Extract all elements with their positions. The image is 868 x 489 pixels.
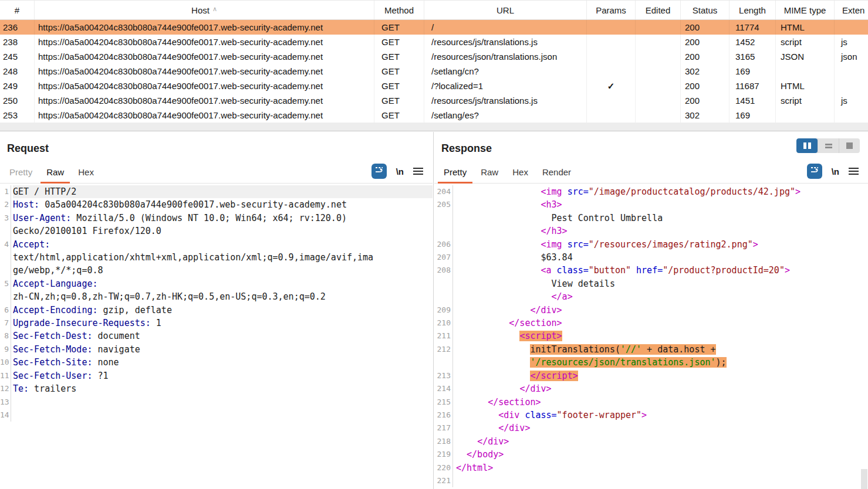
request-line-text[interactable]: text/html,application/xhtml+xml,applicat…: [13, 251, 433, 264]
response-line-text[interactable]: initTranslations('//' + data.host +: [456, 343, 868, 356]
response-line-text[interactable]: Pest Control Umbrella: [456, 212, 868, 225]
column-header-status[interactable]: Status: [681, 1, 729, 19]
response-line-text[interactable]: </h3>: [456, 225, 868, 237]
table-row[interactable]: 249https://0a5a004204c830b080a744e900fe0…: [0, 79, 868, 93]
editor-menu-button[interactable]: [849, 165, 859, 177]
line-number: 213: [434, 369, 453, 382]
cell-params: ✓: [587, 79, 636, 93]
response-line-text[interactable]: </section>: [456, 317, 868, 330]
request-line-text[interactable]: zh-CN,zh;q=0.8,zh-TW;q=0.7,zh-HK;q=0.5,e…: [13, 290, 433, 303]
response-line-text[interactable]: </body>: [456, 448, 868, 461]
request-line-text[interactable]: User-Agent: Mozilla/5.0 (Windows NT 10.0…: [13, 212, 433, 225]
response-line-text[interactable]: </script>: [456, 369, 868, 382]
request-line-text[interactable]: Sec-Fetch-Mode: navigate: [13, 343, 433, 356]
cell-edited: [636, 20, 681, 35]
cell-url: /?localized=1: [424, 79, 587, 93]
response-line-text[interactable]: <a class="button" href="/product?product…: [456, 264, 868, 277]
panel-splitter[interactable]: [433, 132, 434, 489]
request-line-text[interactable]: [13, 396, 433, 409]
request-tab-hex[interactable]: Hex: [71, 167, 101, 183]
column-header-length[interactable]: Length: [729, 1, 776, 19]
cell-url: /setlang/cn?: [424, 64, 587, 79]
response-line-text[interactable]: </div>: [456, 382, 868, 395]
column-header-ext[interactable]: Exten: [835, 1, 868, 19]
cell-num: 245: [0, 49, 35, 64]
editor-menu-button[interactable]: [413, 165, 423, 177]
line-number: [434, 225, 453, 237]
cell-host: https://0a5a004204c830b080a744e900fe0017…: [35, 79, 374, 93]
response-code-line: 210 </section>: [434, 317, 868, 330]
response-vertical-scrollbar-thumb[interactable]: [861, 469, 867, 489]
soft-wrap-toggle-button[interactable]: [371, 164, 387, 179]
request-line-text[interactable]: Sec-Fetch-Site: none: [13, 356, 433, 369]
line-number: 8: [0, 330, 11, 342]
response-tab-render[interactable]: Render: [535, 167, 578, 183]
cell-status: 200: [681, 20, 729, 35]
newline-visibility-toggle[interactable]: \n: [396, 167, 404, 176]
table-row[interactable]: 238https://0a5a004204c830b080a744e900fe0…: [0, 35, 868, 49]
newline-visibility-toggle[interactable]: \n: [832, 167, 839, 176]
request-tab-pretty[interactable]: Pretty: [2, 167, 39, 183]
request-line-text[interactable]: Accept-Encoding: gzip, deflate: [13, 304, 433, 317]
response-line-text[interactable]: <img src="/resources/images/rating2.png"…: [456, 238, 868, 251]
cell-host: https://0a5a004204c830b080a744e900fe0017…: [35, 64, 374, 79]
request-line-text[interactable]: ge/webp,*/*;q=0.8: [13, 264, 433, 277]
column-header-edited[interactable]: Edited: [636, 1, 681, 19]
table-row[interactable]: 253https://0a5a004204c830b080a744e900fe0…: [0, 108, 868, 123]
table-row[interactable]: 250https://0a5a004204c830b080a744e900fe0…: [0, 93, 868, 108]
column-label: Exten: [842, 5, 864, 15]
request-line-text[interactable]: Accept-Language:: [13, 277, 433, 290]
request-line-text[interactable]: Host: 0a5a004204c830b080a744e900fe0017.w…: [13, 198, 433, 211]
response-line-text[interactable]: </html>: [456, 461, 868, 474]
response-line-text[interactable]: <script>: [456, 330, 868, 342]
table-row[interactable]: 248https://0a5a004204c830b080a744e900fe0…: [0, 64, 868, 79]
request-line-text[interactable]: Gecko/20100101 Firefox/120.0: [13, 225, 433, 237]
response-line-text[interactable]: </section>: [456, 396, 868, 409]
request-line-text[interactable]: [13, 409, 433, 422]
response-line-text[interactable]: </a>: [456, 290, 868, 303]
request-line-text[interactable]: Accept:: [13, 238, 433, 251]
layout-single-button[interactable]: [839, 138, 860, 153]
column-header-host[interactable]: Host∧: [35, 1, 374, 19]
request-line-text[interactable]: Upgrade-Insecure-Requests: 1: [13, 317, 433, 330]
response-line-text[interactable]: $63.84: [456, 251, 868, 264]
request-line-text[interactable]: Te: trailers: [13, 382, 433, 395]
response-tab-raw[interactable]: Raw: [474, 167, 505, 183]
soft-wrap-toggle-button[interactable]: [807, 164, 822, 179]
column-header-method[interactable]: Method: [374, 1, 424, 19]
response-tab-hex[interactable]: Hex: [505, 167, 535, 183]
cell-ext: [835, 64, 868, 79]
response-line-text[interactable]: '/resources/json/translations.json');: [456, 356, 868, 369]
request-code-line: 7Upgrade-Insecure-Requests: 1: [0, 317, 433, 330]
response-line-text[interactable]: <h3>: [456, 198, 868, 211]
cell-num: 248: [0, 64, 35, 79]
table-row[interactable]: 245https://0a5a004204c830b080a744e900fe0…: [0, 49, 868, 64]
response-line-text[interactable]: View details: [456, 277, 868, 290]
response-line-text[interactable]: </div>: [456, 435, 868, 448]
rows-layout-icon: [825, 144, 832, 148]
column-label: Method: [384, 5, 414, 15]
cell-num: 253: [0, 108, 35, 123]
request-panel: Request PrettyRawHex \n 1GET / HTTP/22Ho…: [0, 132, 433, 489]
response-line-text[interactable]: </div>: [456, 422, 868, 434]
table-row[interactable]: 236https://0a5a004204c830b080a744e900fe0…: [0, 20, 868, 35]
columns-layout-icon: [803, 142, 806, 149]
request-line-text[interactable]: Sec-Fetch-Dest: document: [13, 330, 433, 342]
response-line-text[interactable]: <img src="/image/productcatalog/products…: [456, 185, 868, 198]
column-header-mime[interactable]: MIME type: [776, 1, 835, 19]
layout-rows-button[interactable]: [818, 138, 839, 153]
request-line-text[interactable]: Sec-Fetch-User: ?1: [13, 369, 433, 382]
table-horizontal-scrollbar[interactable]: [0, 123, 868, 131]
response-tab-pretty[interactable]: Pretty: [437, 167, 474, 183]
request-line-text[interactable]: GET / HTTP/2: [13, 185, 433, 198]
layout-columns-button[interactable]: [796, 138, 818, 153]
column-header-num[interactable]: #: [0, 1, 35, 19]
response-line-text[interactable]: <div class="footer-wrapper">: [456, 409, 868, 422]
column-header-params[interactable]: Params: [587, 1, 636, 19]
cell-edited: [636, 64, 681, 79]
response-line-text[interactable]: [456, 474, 868, 487]
line-number: 5: [0, 277, 11, 290]
column-header-url[interactable]: URL: [424, 1, 587, 19]
request-tab-raw[interactable]: Raw: [39, 167, 71, 183]
response-line-text[interactable]: </div>: [456, 304, 868, 317]
